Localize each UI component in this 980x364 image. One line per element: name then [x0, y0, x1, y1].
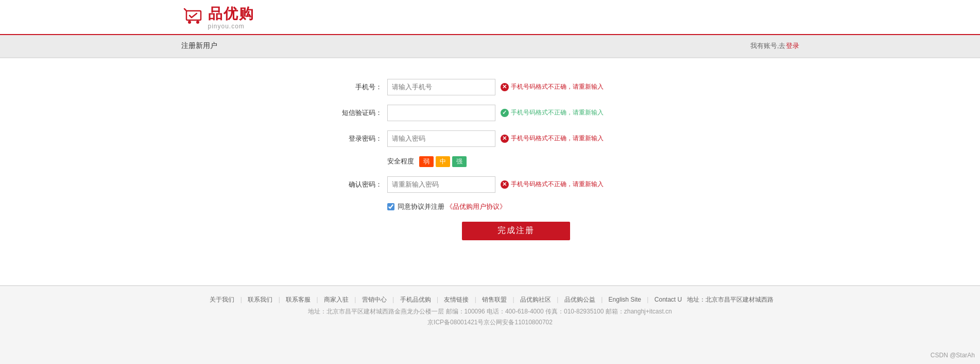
logo-cart-icon: [181, 7, 204, 28]
confirm-row: 确认密码： ✕ 手机号码格式不正确，请重新输入: [336, 176, 645, 193]
security-weak: 弱: [419, 156, 434, 167]
agreement-row: 同意协议并注册 《品优购用户协议》: [387, 202, 645, 211]
phone-row: 手机号： ✕ 手机号码格式不正确，请重新输入: [336, 79, 645, 95]
password-input[interactable]: [387, 130, 495, 147]
security-label: 安全程度: [387, 157, 414, 166]
sms-success-text: 手机号码格式不正确，请重新输入: [511, 108, 604, 117]
password-label: 登录密码：: [336, 134, 382, 143]
footer-link-marketing[interactable]: 营销中心: [362, 296, 387, 303]
submit-button[interactable]: 完成注册: [462, 222, 570, 240]
password-error-icon: ✕: [501, 135, 509, 143]
logo-sub: pinyou.com: [208, 23, 254, 30]
phone-error-text: 手机号码格式不正确，请重新输入: [511, 82, 604, 91]
footer: 关于我们 | 联系我们 | 联系客服 | 商家入驻 | 营销中心 | 手机品优购…: [0, 286, 980, 332]
confirm-input[interactable]: [387, 176, 495, 193]
logo-name: 品优购: [208, 5, 254, 23]
phone-error-icon: ✕: [501, 83, 509, 91]
confirm-error-text: 手机号码格式不正确，请重新输入: [511, 180, 604, 189]
sms-row: 短信验证码： ✓ 手机号码格式不正确，请重新输入: [336, 105, 645, 121]
login-prompt: 我有账号,去登录: [750, 41, 799, 51]
security-row: 安全程度 弱 中 强: [387, 156, 645, 167]
confirm-label: 确认密码：: [336, 180, 382, 189]
footer-icp: 京ICP备08001421号京公网安备11010800702: [0, 318, 980, 327]
footer-link-sales[interactable]: 销售联盟: [482, 296, 507, 303]
footer-link-charity[interactable]: 品优购公益: [564, 296, 595, 303]
footer-link-merchant[interactable]: 商家入驻: [324, 296, 349, 303]
watermark: CSDN @StarAh: [931, 352, 975, 359]
footer-link-about[interactable]: 关于我们: [210, 296, 234, 303]
login-link[interactable]: 登录: [786, 42, 799, 49]
submit-row: 完成注册: [336, 222, 645, 240]
sms-input[interactable]: [387, 105, 495, 121]
agreement-link[interactable]: 《品优购用户协议》: [446, 203, 506, 210]
confirm-error-icon: ✕: [501, 180, 509, 189]
sms-label: 短信验证码：: [336, 108, 382, 118]
password-error-text: 手机号码格式不正确，请重新输入: [511, 134, 604, 143]
sms-success-icon: ✓: [501, 109, 509, 117]
footer-address: 地址：北京市昌平区建材城西路金燕龙办公楼一层 邮编：100096 电话：400-…: [0, 307, 980, 316]
page-title: 注册新用户: [181, 41, 217, 51]
agreement-checkbox[interactable]: [387, 203, 394, 210]
footer-address-inline: 地址：北京市昌平区建材城西路: [687, 296, 773, 303]
agreement-text: 同意协议并注册 《品优购用户协议》: [398, 202, 507, 211]
sms-feedback: ✓ 手机号码格式不正确，请重新输入: [501, 108, 604, 117]
footer-link-contact[interactable]: 联系我们: [248, 296, 272, 303]
footer-link-service[interactable]: 联系客服: [286, 296, 311, 303]
svg-point-2: [196, 21, 199, 24]
footer-link-english[interactable]: English Site: [609, 296, 641, 303]
footer-link-community[interactable]: 品优购社区: [520, 296, 551, 303]
footer-link-mobile[interactable]: 手机品优购: [400, 296, 431, 303]
phone-input[interactable]: [387, 79, 495, 95]
security-strong: 强: [452, 156, 467, 167]
password-feedback: ✕ 手机号码格式不正确，请重新输入: [501, 134, 604, 143]
logo: 品优购 pinyou.com: [181, 5, 254, 30]
password-row: 登录密码： ✕ 手机号码格式不正确，请重新输入: [336, 130, 645, 147]
security-mid: 中: [436, 156, 450, 167]
svg-point-1: [188, 21, 191, 24]
phone-feedback: ✕ 手机号码格式不正确，请重新输入: [501, 82, 604, 91]
footer-links: 关于我们 | 联系我们 | 联系客服 | 商家入驻 | 营销中心 | 手机品优购…: [0, 295, 980, 304]
confirm-feedback: ✕ 手机号码格式不正确，请重新输入: [501, 180, 604, 189]
footer-link-friends[interactable]: 友情链接: [444, 296, 469, 303]
footer-link-contactu[interactable]: Contact U: [655, 296, 682, 303]
phone-label: 手机号：: [336, 82, 382, 92]
